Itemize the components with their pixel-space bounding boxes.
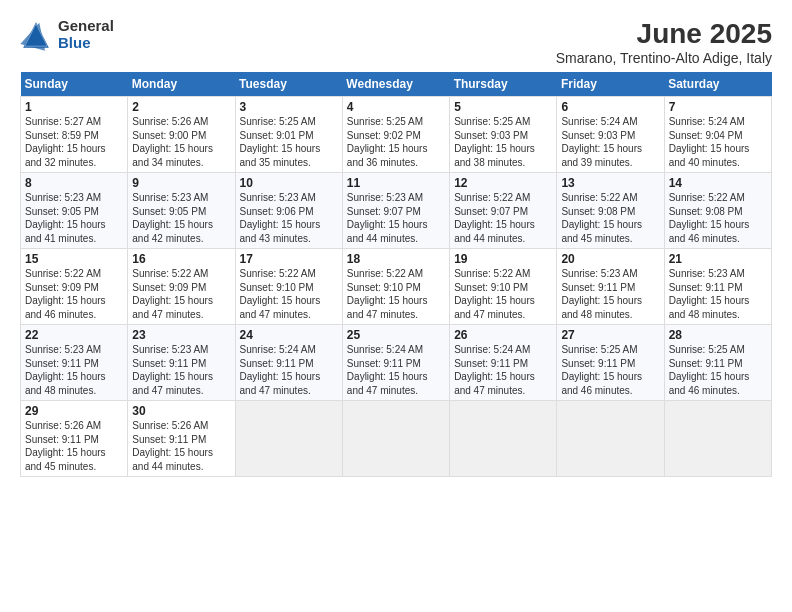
week-row-4: 29Sunrise: 5:26 AM Sunset: 9:11 PM Dayli…: [21, 401, 772, 477]
day-number: 6: [561, 100, 659, 114]
header-saturday: Saturday: [664, 72, 771, 97]
table-row: 28Sunrise: 5:25 AM Sunset: 9:11 PM Dayli…: [664, 325, 771, 401]
logo-blue-text: Blue: [58, 35, 114, 52]
table-row: 30Sunrise: 5:26 AM Sunset: 9:11 PM Dayli…: [128, 401, 235, 477]
table-row: 15Sunrise: 5:22 AM Sunset: 9:09 PM Dayli…: [21, 249, 128, 325]
header-friday: Friday: [557, 72, 664, 97]
day-number: 12: [454, 176, 552, 190]
table-row: [235, 401, 342, 477]
day-info: Sunrise: 5:25 AM Sunset: 9:03 PM Dayligh…: [454, 115, 552, 169]
day-number: 11: [347, 176, 445, 190]
logo: General Blue: [20, 18, 114, 51]
day-number: 10: [240, 176, 338, 190]
table-row: 7Sunrise: 5:24 AM Sunset: 9:04 PM Daylig…: [664, 97, 771, 173]
table-row: 1Sunrise: 5:27 AM Sunset: 8:59 PM Daylig…: [21, 97, 128, 173]
day-number: 9: [132, 176, 230, 190]
table-row: 4Sunrise: 5:25 AM Sunset: 9:02 PM Daylig…: [342, 97, 449, 173]
table-row: 17Sunrise: 5:22 AM Sunset: 9:10 PM Dayli…: [235, 249, 342, 325]
day-number: 2: [132, 100, 230, 114]
day-info: Sunrise: 5:25 AM Sunset: 9:11 PM Dayligh…: [561, 343, 659, 397]
table-row: 24Sunrise: 5:24 AM Sunset: 9:11 PM Dayli…: [235, 325, 342, 401]
week-row-3: 22Sunrise: 5:23 AM Sunset: 9:11 PM Dayli…: [21, 325, 772, 401]
table-row: 5Sunrise: 5:25 AM Sunset: 9:03 PM Daylig…: [450, 97, 557, 173]
day-info: Sunrise: 5:24 AM Sunset: 9:04 PM Dayligh…: [669, 115, 767, 169]
day-number: 8: [25, 176, 123, 190]
header-monday: Monday: [128, 72, 235, 97]
table-row: 26Sunrise: 5:24 AM Sunset: 9:11 PM Dayli…: [450, 325, 557, 401]
day-info: Sunrise: 5:23 AM Sunset: 9:11 PM Dayligh…: [25, 343, 123, 397]
table-row: 9Sunrise: 5:23 AM Sunset: 9:05 PM Daylig…: [128, 173, 235, 249]
week-row-0: 1Sunrise: 5:27 AM Sunset: 8:59 PM Daylig…: [21, 97, 772, 173]
week-row-1: 8Sunrise: 5:23 AM Sunset: 9:05 PM Daylig…: [21, 173, 772, 249]
day-info: Sunrise: 5:25 AM Sunset: 9:01 PM Dayligh…: [240, 115, 338, 169]
table-row: 25Sunrise: 5:24 AM Sunset: 9:11 PM Dayli…: [342, 325, 449, 401]
table-row: [450, 401, 557, 477]
table-row: 27Sunrise: 5:25 AM Sunset: 9:11 PM Dayli…: [557, 325, 664, 401]
day-info: Sunrise: 5:23 AM Sunset: 9:05 PM Dayligh…: [25, 191, 123, 245]
day-number: 26: [454, 328, 552, 342]
day-info: Sunrise: 5:24 AM Sunset: 9:11 PM Dayligh…: [347, 343, 445, 397]
day-number: 20: [561, 252, 659, 266]
table-row: 23Sunrise: 5:23 AM Sunset: 9:11 PM Dayli…: [128, 325, 235, 401]
title-area: June 2025 Smarano, Trentino-Alto Adige, …: [556, 18, 772, 66]
day-number: 22: [25, 328, 123, 342]
table-row: 21Sunrise: 5:23 AM Sunset: 9:11 PM Dayli…: [664, 249, 771, 325]
day-info: Sunrise: 5:24 AM Sunset: 9:03 PM Dayligh…: [561, 115, 659, 169]
day-info: Sunrise: 5:22 AM Sunset: 9:07 PM Dayligh…: [454, 191, 552, 245]
day-number: 30: [132, 404, 230, 418]
day-info: Sunrise: 5:22 AM Sunset: 9:10 PM Dayligh…: [240, 267, 338, 321]
table-row: 19Sunrise: 5:22 AM Sunset: 9:10 PM Dayli…: [450, 249, 557, 325]
table-row: 2Sunrise: 5:26 AM Sunset: 9:00 PM Daylig…: [128, 97, 235, 173]
day-info: Sunrise: 5:22 AM Sunset: 9:08 PM Dayligh…: [561, 191, 659, 245]
day-info: Sunrise: 5:24 AM Sunset: 9:11 PM Dayligh…: [240, 343, 338, 397]
table-row: 29Sunrise: 5:26 AM Sunset: 9:11 PM Dayli…: [21, 401, 128, 477]
table-row: 6Sunrise: 5:24 AM Sunset: 9:03 PM Daylig…: [557, 97, 664, 173]
day-number: 13: [561, 176, 659, 190]
day-info: Sunrise: 5:22 AM Sunset: 9:08 PM Dayligh…: [669, 191, 767, 245]
table-row: 22Sunrise: 5:23 AM Sunset: 9:11 PM Dayli…: [21, 325, 128, 401]
day-number: 5: [454, 100, 552, 114]
week-row-2: 15Sunrise: 5:22 AM Sunset: 9:09 PM Dayli…: [21, 249, 772, 325]
subtitle: Smarano, Trentino-Alto Adige, Italy: [556, 50, 772, 66]
day-number: 7: [669, 100, 767, 114]
page: General Blue June 2025 Smarano, Trentino…: [0, 0, 792, 612]
day-number: 16: [132, 252, 230, 266]
day-info: Sunrise: 5:23 AM Sunset: 9:11 PM Dayligh…: [669, 267, 767, 321]
table-row: 12Sunrise: 5:22 AM Sunset: 9:07 PM Dayli…: [450, 173, 557, 249]
day-info: Sunrise: 5:26 AM Sunset: 9:11 PM Dayligh…: [25, 419, 123, 473]
table-row: 16Sunrise: 5:22 AM Sunset: 9:09 PM Dayli…: [128, 249, 235, 325]
logo-icon: [20, 19, 52, 51]
day-info: Sunrise: 5:25 AM Sunset: 9:11 PM Dayligh…: [669, 343, 767, 397]
day-number: 24: [240, 328, 338, 342]
table-row: 20Sunrise: 5:23 AM Sunset: 9:11 PM Dayli…: [557, 249, 664, 325]
day-info: Sunrise: 5:22 AM Sunset: 9:09 PM Dayligh…: [25, 267, 123, 321]
logo-general-text: General: [58, 18, 114, 35]
day-number: 27: [561, 328, 659, 342]
day-info: Sunrise: 5:23 AM Sunset: 9:05 PM Dayligh…: [132, 191, 230, 245]
day-info: Sunrise: 5:26 AM Sunset: 9:00 PM Dayligh…: [132, 115, 230, 169]
day-number: 29: [25, 404, 123, 418]
header-sunday: Sunday: [21, 72, 128, 97]
logo-text: General Blue: [58, 18, 114, 51]
day-number: 21: [669, 252, 767, 266]
calendar-header: Sunday Monday Tuesday Wednesday Thursday…: [21, 72, 772, 97]
day-info: Sunrise: 5:25 AM Sunset: 9:02 PM Dayligh…: [347, 115, 445, 169]
table-row: 3Sunrise: 5:25 AM Sunset: 9:01 PM Daylig…: [235, 97, 342, 173]
table-row: [557, 401, 664, 477]
day-number: 17: [240, 252, 338, 266]
calendar: Sunday Monday Tuesday Wednesday Thursday…: [20, 72, 772, 477]
day-info: Sunrise: 5:23 AM Sunset: 9:06 PM Dayligh…: [240, 191, 338, 245]
calendar-body: 1Sunrise: 5:27 AM Sunset: 8:59 PM Daylig…: [21, 97, 772, 477]
table-row: 8Sunrise: 5:23 AM Sunset: 9:05 PM Daylig…: [21, 173, 128, 249]
day-number: 3: [240, 100, 338, 114]
header-wednesday: Wednesday: [342, 72, 449, 97]
day-number: 25: [347, 328, 445, 342]
day-info: Sunrise: 5:23 AM Sunset: 9:11 PM Dayligh…: [132, 343, 230, 397]
day-number: 14: [669, 176, 767, 190]
day-info: Sunrise: 5:24 AM Sunset: 9:11 PM Dayligh…: [454, 343, 552, 397]
table-row: [664, 401, 771, 477]
day-info: Sunrise: 5:22 AM Sunset: 9:09 PM Dayligh…: [132, 267, 230, 321]
table-row: 11Sunrise: 5:23 AM Sunset: 9:07 PM Dayli…: [342, 173, 449, 249]
header-area: General Blue June 2025 Smarano, Trentino…: [20, 18, 772, 66]
table-row: 14Sunrise: 5:22 AM Sunset: 9:08 PM Dayli…: [664, 173, 771, 249]
